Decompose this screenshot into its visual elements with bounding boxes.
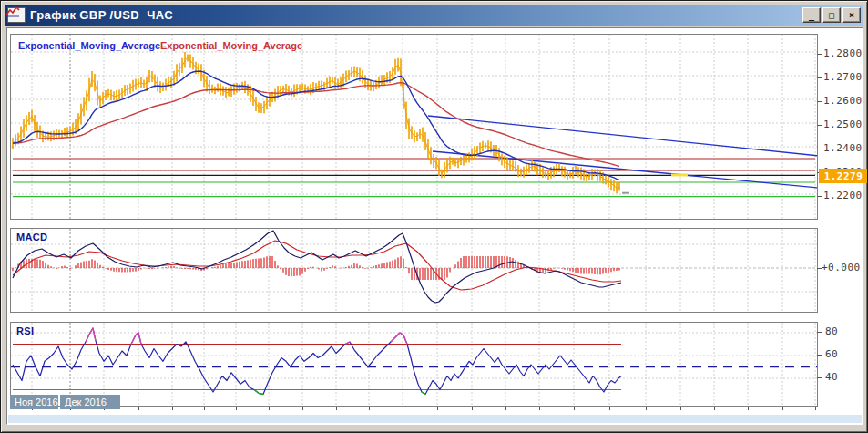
ema-slow-label: Exponential_Moving_Average	[160, 40, 302, 51]
month-label-nov: Ноя 2016	[10, 395, 58, 409]
axis-tick	[336, 407, 337, 410]
bottom-scroll-strip[interactable]	[8, 415, 862, 423]
axis-tick	[172, 407, 173, 410]
month-label-dec: Дек 2016	[60, 395, 120, 409]
axis-tick	[817, 377, 822, 378]
current-price-tag: 1.2279	[819, 169, 868, 183]
axis-tick	[714, 407, 715, 410]
axis-tick	[138, 407, 139, 410]
axis-tick	[817, 355, 822, 356]
rsi-label: RSI	[16, 325, 34, 336]
axis-tick	[269, 407, 270, 410]
axis-tick	[817, 268, 822, 269]
axis-tick	[680, 407, 681, 410]
price-axis-label: 1.2200	[823, 190, 863, 201]
axis-tick	[236, 407, 237, 410]
axis-tick	[369, 407, 370, 410]
rsi-axis-label: 40	[825, 371, 838, 383]
macd-panel[interactable]: MACD	[10, 228, 818, 313]
chart-client-area: Exponential_Moving_Average Exponential_M…	[6, 27, 863, 425]
price-chart-canvas[interactable]	[11, 35, 817, 219]
axis-tick	[817, 77, 822, 78]
axis-tick	[782, 407, 783, 410]
price-axis-label: 1.2400	[823, 142, 863, 154]
axis-tick	[574, 407, 575, 410]
axis-tick	[817, 101, 822, 102]
axis-tick	[403, 407, 403, 410]
price-axis-label: 1.2800	[823, 47, 863, 59]
title-bar[interactable]: График GBP /USD ЧАС _ □ ×	[5, 5, 863, 26]
price-axis-label: 1.2600	[823, 95, 863, 107]
axis-tick	[472, 407, 473, 410]
axis-tick	[437, 407, 438, 410]
axis-tick	[817, 54, 822, 55]
axis-tick	[204, 407, 205, 410]
axis-tick	[817, 332, 822, 333]
minimize-button[interactable]: _	[802, 7, 821, 23]
rsi-panel[interactable]: RSI	[10, 322, 818, 407]
rsi-axis-label: 60	[825, 348, 838, 360]
maximize-button[interactable]: □	[822, 7, 841, 23]
axis-tick	[302, 407, 303, 410]
macd-canvas[interactable]	[11, 229, 817, 312]
window-chart-icon	[7, 7, 26, 23]
axis-tick	[646, 407, 647, 410]
axis-tick	[815, 407, 816, 410]
axis-tick	[539, 407, 540, 410]
macd-label: MACD	[16, 232, 47, 242]
rsi-axis-label: 80	[825, 325, 838, 337]
ema-fast-label: Exponential_Moving_Average	[18, 40, 160, 51]
window-controls: _ □ ×	[802, 7, 861, 23]
axis-tick	[505, 407, 506, 410]
macd-zero-label: +0.000	[822, 262, 861, 273]
price-axis-label: 1.2500	[823, 119, 863, 130]
axis-tick	[817, 125, 822, 126]
price-chart-panel[interactable]: Exponential_Moving_Average Exponential_M…	[10, 34, 818, 220]
price-axis-label: 1.2700	[823, 71, 863, 83]
axis-tick	[817, 196, 822, 197]
axis-tick	[748, 407, 749, 410]
rsi-canvas[interactable]	[11, 323, 817, 406]
close-button[interactable]: ×	[842, 7, 861, 23]
window-title: График GBP /USD ЧАС	[30, 8, 173, 22]
app-window: График GBP /USD ЧАС _ □ × Exponential_Mo…	[0, 0, 868, 433]
axis-tick	[817, 149, 822, 149]
axis-tick	[609, 407, 610, 410]
